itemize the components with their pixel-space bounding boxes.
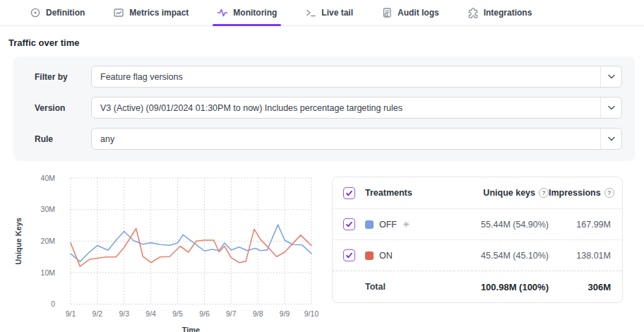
- rule-label: Rule: [26, 134, 91, 144]
- integrations-icon: [467, 7, 479, 18]
- default-treatment-icon: ✳: [402, 220, 410, 229]
- tab-label: Monitoring: [233, 8, 277, 18]
- treatments-table-header: Treatments Unique keys ? Impressions ?: [333, 177, 622, 208]
- metrics-impact-icon: [113, 7, 124, 18]
- tab-definition[interactable]: Definition: [28, 0, 86, 25]
- version-select[interactable]: V3 (Active) (09/01/2024 01:30PM to now) …: [91, 97, 622, 119]
- tab-audit-logs[interactable]: Audit logs: [380, 0, 441, 25]
- filter-row-filter-by: Filter by Feature flag versions: [26, 66, 622, 88]
- filter-row-rule: Rule any: [26, 128, 622, 150]
- on-color-swatch: [365, 251, 374, 260]
- live-tail-icon: [305, 7, 316, 18]
- traffic-line-chart: 010M20M30M40M9/19/29/39/49/59/69/79/89/9…: [0, 168, 332, 332]
- filter-by-select[interactable]: Feature flag versions: [91, 66, 622, 88]
- x-tick-label: 9/4: [145, 309, 156, 318]
- x-axis-title: Time: [182, 326, 200, 332]
- y-axis-title: Unique Keys: [14, 218, 23, 265]
- tab-bar: Definition Metrics impact Monitoring Liv…: [0, 0, 644, 26]
- off-treatment-checkbox[interactable]: [343, 218, 355, 230]
- series-line-on: [71, 229, 311, 267]
- x-tick-label: 9/7: [226, 309, 237, 318]
- x-tick-label: 9/9: [280, 309, 290, 318]
- help-icon[interactable]: ?: [539, 188, 549, 198]
- on-unique-keys: 45.54M (45.10%): [446, 251, 549, 261]
- filter-panel: Filter by Feature flag versions Version …: [13, 57, 635, 161]
- definition-icon: [30, 7, 41, 18]
- tab-label: Audit logs: [398, 8, 439, 18]
- tab-label: Integrations: [484, 8, 532, 18]
- select-all-checkbox[interactable]: [343, 187, 355, 199]
- chevron-down-icon: [600, 66, 621, 87]
- filter-row-version: Version V3 (Active) (09/01/2024 01:30PM …: [26, 97, 622, 119]
- y-tick-label: 10M: [41, 268, 55, 277]
- tab-live-tail[interactable]: Live tail: [304, 0, 354, 25]
- tab-label: Definition: [46, 8, 85, 18]
- off-impressions: 167.99M: [549, 220, 611, 230]
- y-tick-label: 20M: [41, 237, 55, 245]
- x-tick-label: 9/10: [304, 309, 319, 318]
- treatments-table: Treatments Unique keys ? Impressions ? O…: [332, 177, 623, 303]
- on-impressions: 138.01M: [549, 251, 611, 261]
- total-impressions: 306M: [549, 282, 611, 292]
- rule-select[interactable]: any: [91, 128, 622, 150]
- traffic-chart: 010M20M30M40M9/19/29/39/49/59/69/79/89/9…: [0, 168, 332, 332]
- tab-integrations[interactable]: Integrations: [466, 0, 534, 25]
- off-color-swatch: [365, 220, 374, 229]
- rule-value: any: [92, 134, 600, 144]
- series-line-off: [71, 225, 311, 261]
- total-label: Total: [365, 282, 446, 292]
- off-unique-keys: 55.44M (54.90%): [446, 220, 549, 230]
- monitoring-icon: [217, 7, 228, 18]
- y-tick-label: 40M: [41, 174, 55, 182]
- version-value: V3 (Active) (09/01/2024 01:30PM to now) …: [92, 103, 600, 113]
- on-treatment-checkbox[interactable]: [343, 249, 355, 261]
- filter-by-label: Filter by: [26, 72, 91, 82]
- version-label: Version: [26, 103, 91, 113]
- total-unique-keys: 100.98M (100%): [446, 282, 549, 292]
- chevron-down-icon: [600, 129, 621, 149]
- tab-monitoring[interactable]: Monitoring: [215, 0, 278, 25]
- x-tick-label: 9/3: [119, 309, 129, 318]
- x-tick-label: 9/2: [93, 309, 103, 318]
- x-tick-label: 9/8: [253, 309, 263, 318]
- help-icon[interactable]: ?: [604, 188, 614, 198]
- page-title: Traffic over time: [8, 37, 644, 48]
- x-tick-label: 9/6: [199, 309, 210, 318]
- filter-by-value: Feature flag versions: [92, 72, 600, 82]
- tab-metrics-impact[interactable]: Metrics impact: [112, 0, 190, 25]
- treatment-row-off: OFF ✳ 55.44M (54.90%) 167.99M: [333, 208, 622, 239]
- monitoring-content: 010M20M30M40M9/19/29/39/49/59/69/79/89/9…: [0, 168, 644, 332]
- impressions-column-header: Impressions ?: [549, 188, 614, 198]
- tab-label: Live tail: [321, 8, 353, 18]
- chevron-down-icon: [600, 97, 621, 118]
- treatment-label: OFF: [379, 220, 397, 230]
- treatment-label: ON: [379, 251, 393, 261]
- y-tick-label: 0: [51, 300, 55, 308]
- y-tick-label: 30M: [41, 205, 55, 213]
- unique-keys-column-header: Unique keys ?: [446, 188, 549, 198]
- x-tick-label: 9/5: [172, 309, 183, 318]
- x-tick-label: 9/1: [66, 309, 76, 318]
- treatments-total-row: Total 100.98M (100%) 306M: [333, 271, 622, 302]
- tab-label: Metrics impact: [129, 8, 189, 18]
- treatments-column-header: Treatments: [365, 188, 446, 198]
- treatment-row-on: ON 45.54M (45.10%) 138.01M: [333, 239, 622, 271]
- audit-logs-icon: [381, 7, 393, 18]
